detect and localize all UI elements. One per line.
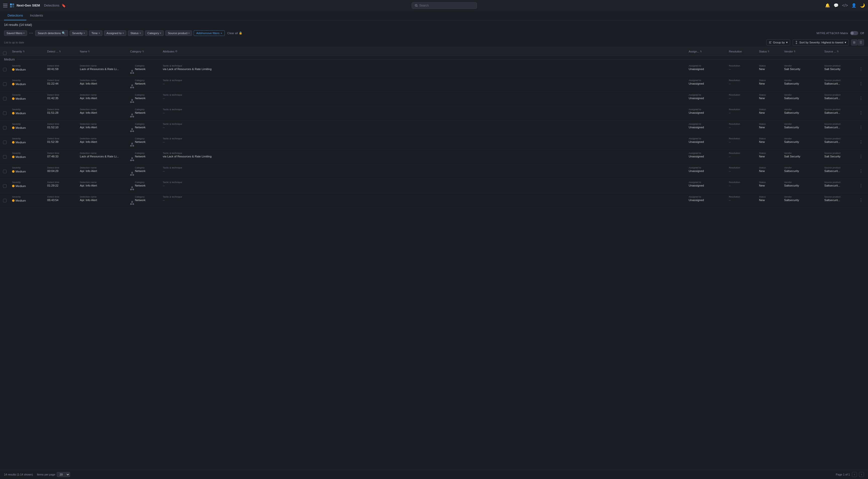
th-source[interactable]: Source ... ⇅: [823, 50, 856, 53]
row-resolution-cell: Resolution --: [728, 93, 758, 100]
results-header: 14 results (14 total): [0, 20, 868, 28]
row-tactic: --: [163, 199, 687, 201]
th-category[interactable]: Category ⇅: [129, 50, 162, 53]
clear-all-btn[interactable]: Clear all 🔒: [227, 31, 242, 35]
saved-filters-btn[interactable]: Saved filters ▾: [4, 30, 27, 36]
select-all-checkbox[interactable]: [3, 52, 6, 55]
category-col-label: Category: [135, 181, 146, 184]
row-more-btn[interactable]: ⋮: [856, 183, 866, 188]
status-filter-btn[interactable]: Status ▾: [128, 30, 144, 36]
th-name[interactable]: Name ⇅: [79, 50, 129, 53]
category-col-label: Category: [135, 166, 146, 169]
bookmark-icon[interactable]: 🔖: [62, 3, 66, 7]
tab-incidents[interactable]: Incidents: [26, 11, 46, 20]
assigned-to-col-label: Assigned to: [689, 79, 727, 82]
row-source-cell: Source product Saltsecurit...: [823, 136, 856, 144]
row-more-btn[interactable]: ⋮: [856, 154, 866, 159]
row-checkbox[interactable]: [3, 140, 6, 144]
group-by-btn[interactable]: Group by ▾: [766, 39, 790, 45]
row-more-btn[interactable]: ⋮: [856, 198, 866, 202]
category-filter-btn[interactable]: Category ▾: [145, 30, 164, 36]
svg-rect-0: [10, 3, 12, 5]
tab-detections[interactable]: Detections: [4, 11, 26, 20]
table-row[interactable]: Severity Medium Detect time 01:51:28 Det…: [0, 106, 868, 121]
lock-icon: 🔒: [239, 31, 242, 35]
table-row[interactable]: Severity Medium Detect time 01:52:10 Det…: [0, 121, 868, 135]
sort-btn[interactable]: Sort by Severity: Highest to lowest ▾: [793, 39, 849, 45]
list-view-btn[interactable]: ☰: [858, 39, 864, 45]
prev-page-btn[interactable]: ‹: [852, 472, 857, 477]
row-checkbox[interactable]: [3, 97, 6, 100]
row-tactic-cell: Tactic & technique --: [162, 166, 688, 173]
row-more-btn[interactable]: ⋮: [856, 139, 866, 145]
table-row[interactable]: Severity Medium Detect time 07:48:33 Det…: [0, 150, 868, 164]
row-more-btn[interactable]: ⋮: [856, 125, 866, 130]
table-row[interactable]: Severity Medium Detect time 05:43:54 Det…: [0, 193, 868, 208]
th-assigned[interactable]: Assign... ⇅: [688, 50, 728, 53]
table-row[interactable]: Severity Medium Detect time 01:22:44 Det…: [0, 77, 868, 91]
row-checkbox[interactable]: [3, 126, 6, 130]
table-row[interactable]: Severity Medium Detect time 01:29:22 Det…: [0, 179, 868, 193]
assigned-to-filter-btn[interactable]: Assigned to ▾: [104, 30, 126, 36]
user-icon[interactable]: 👤: [851, 3, 857, 8]
row-assigned-cell: Assigned to Unassigned: [688, 64, 728, 71]
search-detections-btn[interactable]: Search detections 🔍: [35, 30, 68, 36]
row-checkbox[interactable]: [3, 68, 6, 71]
grid-view-btn[interactable]: ⊞: [851, 39, 857, 45]
th-vendor[interactable]: Vendor ⇅: [783, 50, 823, 53]
row-more-btn[interactable]: ⋮: [856, 67, 866, 71]
th-severity[interactable]: Severity ⇅: [11, 50, 46, 53]
more-options-btn[interactable]: ⋯: [29, 30, 34, 36]
th-detect-time[interactable]: Detect ... ⇅: [46, 50, 79, 53]
bell-icon[interactable]: 🔔: [825, 3, 830, 8]
time-filter-btn[interactable]: Time ▾: [89, 30, 102, 36]
add-remove-filters-btn[interactable]: Add/remove filters +: [194, 30, 224, 36]
category-col-label: Category: [135, 123, 146, 125]
per-page-area: Items per page 20 50 100: [37, 472, 70, 477]
severity-filter-btn[interactable]: Severity ▾: [69, 30, 87, 36]
table-row[interactable]: Severity Medium Detect time 01:52:39 Det…: [0, 135, 868, 150]
gear-icon[interactable]: ⚙: [175, 50, 178, 53]
th-status[interactable]: Status ⇅: [758, 50, 783, 53]
row-name-cell: Detection name Api: Info Alert: [79, 93, 129, 100]
row-more-btn[interactable]: ⋮: [856, 169, 866, 173]
theme-icon[interactable]: 🌙: [860, 3, 865, 8]
hamburger-menu[interactable]: [3, 4, 7, 7]
chevron-down-icon: ▾: [123, 32, 124, 34]
row-detect-time: 00:04:29: [47, 169, 78, 172]
code-icon[interactable]: </>: [842, 3, 848, 8]
row-severity-cell: Severity Medium: [11, 93, 46, 101]
row-vendor: Saltsecurity: [784, 140, 822, 143]
table-row[interactable]: Severity Medium Detect time 01:42:35 Det…: [0, 91, 868, 106]
search-input[interactable]: [419, 4, 474, 7]
search-icon: [415, 4, 418, 7]
row-assigned-to: Unassigned: [689, 184, 727, 187]
network-icon: [130, 111, 135, 118]
row-more-btn[interactable]: ⋮: [856, 110, 866, 115]
row-vendor-cell: Vendor Salt Security: [783, 64, 823, 71]
sort-icon: ⇅: [768, 50, 770, 53]
svg-line-14: [132, 71, 133, 72]
source-col-label: Source product: [824, 108, 855, 111]
chat-icon[interactable]: 💬: [834, 3, 839, 8]
mitre-toggle-switch[interactable]: [850, 31, 858, 35]
row-name-cell: Detection name Api: Info Alert: [79, 195, 129, 202]
table-row[interactable]: Severity Medium Detect time 00:04:29 Det…: [0, 164, 868, 179]
row-more-btn[interactable]: ⋮: [856, 81, 866, 86]
row-more-btn[interactable]: ⋮: [856, 96, 866, 101]
row-checkbox[interactable]: [3, 184, 6, 188]
row-resolution: --: [729, 140, 757, 143]
row-checkbox[interactable]: [3, 170, 6, 173]
row-checkbox[interactable]: [3, 111, 6, 115]
source-product-filter-btn[interactable]: Source product ▾: [165, 30, 192, 36]
row-checkbox[interactable]: [3, 199, 6, 202]
source-col-label: Source product: [824, 152, 855, 154]
next-page-btn[interactable]: ›: [859, 472, 864, 477]
per-page-select[interactable]: 20 50 100: [57, 472, 70, 477]
row-checkbox[interactable]: [3, 82, 6, 86]
vendor-col-label: Vendor: [784, 166, 822, 169]
row-category: Network: [135, 184, 146, 187]
table-row[interactable]: Severity Medium Detect time 00:41:59 Det…: [0, 62, 868, 77]
svg-rect-7: [769, 42, 771, 43]
row-checkbox[interactable]: [3, 155, 6, 159]
